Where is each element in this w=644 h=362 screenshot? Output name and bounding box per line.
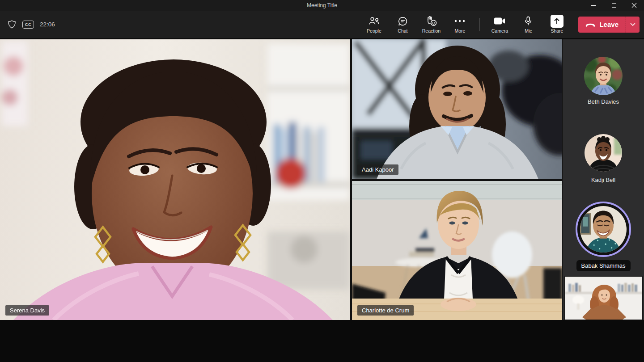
participant-name-label: Serena Davis	[5, 305, 49, 316]
participant-name-pill: Babak Shammas	[563, 260, 644, 271]
participants-sidebar: Beth Davies Kadji Bell	[563, 39, 644, 320]
close-button[interactable]	[624, 0, 644, 11]
speaking-indicator-ring	[576, 202, 631, 257]
camera-button[interactable]: Camera	[487, 15, 512, 34]
aadi-video	[352, 39, 562, 179]
maximize-icon	[612, 3, 616, 8]
leave-options-button[interactable]	[626, 17, 640, 33]
participant-avatar-babak[interactable]	[580, 206, 627, 253]
leave-button[interactable]: Leave	[578, 17, 626, 33]
chat-icon	[398, 16, 408, 26]
video-tile-aadi[interactable]: Aadi Kapoor	[352, 39, 562, 179]
meeting-window: Meeting Title CC 22:06 People	[0, 0, 644, 362]
babak-avatar-image	[580, 206, 627, 253]
video-stage: Serena Davis	[0, 39, 644, 320]
maximize-button[interactable]	[604, 0, 624, 11]
charlotte-video	[352, 181, 562, 320]
minimize-button[interactable]	[584, 0, 604, 11]
live-captions-bar: Babak S: So what did you all think of to…	[0, 320, 644, 362]
camera-icon	[493, 16, 506, 26]
closed-captions-icon[interactable]: CC	[22, 21, 34, 29]
leave-label: Leave	[599, 21, 619, 28]
leave-control: Leave	[578, 17, 640, 33]
mic-icon	[523, 16, 533, 26]
share-icon	[553, 17, 560, 25]
beth-avatar-image	[584, 57, 623, 95]
minimize-icon	[591, 5, 596, 5]
self-view-video[interactable]	[564, 276, 643, 320]
participant-name: Beth Davies	[563, 98, 644, 105]
video-tile-serena[interactable]: Serena Davis	[0, 39, 350, 320]
participant-name-label: Aadi Kapoor	[357, 164, 398, 175]
reaction-button[interactable]: Reaction	[419, 15, 444, 34]
people-icon	[368, 17, 380, 26]
meeting-timer: 22:06	[40, 21, 55, 28]
meeting-toolbar: CC 22:06 People Chat	[0, 11, 644, 38]
more-button[interactable]: More	[447, 15, 472, 34]
toolbar-divider	[479, 18, 480, 31]
security-shield-icon[interactable]	[7, 20, 17, 29]
kadji-avatar-image	[585, 134, 622, 172]
participant-name: Kadji Bell	[563, 177, 644, 183]
participant-avatar-beth[interactable]	[584, 57, 623, 95]
chevron-down-icon	[630, 23, 636, 26]
serena-video	[0, 39, 350, 320]
mic-button[interactable]: Mic	[516, 15, 541, 34]
titlebar: Meeting Title	[0, 0, 644, 11]
self-view-image	[565, 277, 643, 320]
reaction-icon	[425, 16, 437, 26]
participant-avatar-kadji[interactable]	[585, 134, 622, 172]
more-icon	[454, 20, 465, 22]
hangup-icon	[585, 22, 595, 27]
people-button[interactable]: People	[361, 15, 386, 34]
participant-name-label: Charlotte de Crum	[357, 305, 414, 316]
video-tile-charlotte[interactable]: Charlotte de Crum	[352, 181, 562, 320]
share-button[interactable]: Share	[544, 15, 569, 34]
close-icon	[631, 3, 637, 8]
chat-button[interactable]: Chat	[390, 15, 415, 34]
window-title: Meeting Title	[0, 0, 644, 11]
